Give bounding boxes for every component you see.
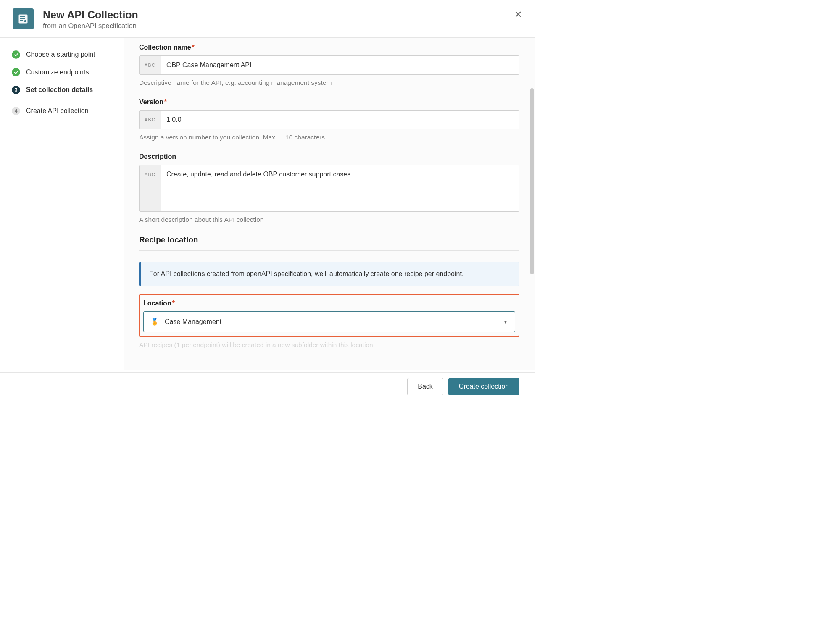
step-label: Customize endpoints bbox=[26, 68, 89, 76]
create-collection-button[interactable]: Create collection bbox=[448, 378, 519, 395]
info-banner: For API collections created from openAPI… bbox=[139, 262, 519, 286]
version-help: Assign a version number to you collectio… bbox=[139, 134, 519, 141]
collection-name-help: Descriptive name for the API, e.g. accou… bbox=[139, 79, 519, 87]
required-indicator: * bbox=[192, 44, 195, 51]
required-indicator: * bbox=[164, 98, 167, 105]
step-label: Choose a starting point bbox=[26, 51, 95, 58]
modal-title: New API Collection bbox=[43, 8, 138, 21]
step-connector bbox=[16, 60, 16, 67]
field-collection-name: Collection name* ABC Descriptive name fo… bbox=[139, 44, 519, 87]
svg-rect-2 bbox=[20, 18, 25, 19]
scrollbar-thumb[interactable] bbox=[530, 88, 534, 274]
step-indicator-done-icon bbox=[12, 50, 20, 59]
step-label: Set collection details bbox=[26, 86, 93, 94]
description-help: A short description about this API colle… bbox=[139, 216, 519, 224]
location-help: API recipes (1 per endpoint) will be cre… bbox=[139, 341, 519, 349]
step-indicator-done-icon bbox=[12, 68, 20, 76]
modal-subtitle: from an OpenAPI specification bbox=[43, 22, 138, 30]
close-icon: ✕ bbox=[514, 9, 522, 20]
modal-header: New API Collection from an OpenAPI speci… bbox=[0, 0, 535, 38]
step-connector bbox=[16, 77, 16, 85]
svg-rect-1 bbox=[20, 16, 25, 17]
close-button[interactable]: ✕ bbox=[514, 10, 522, 19]
location-value: Case Management bbox=[165, 318, 503, 326]
chevron-down-icon: ▼ bbox=[503, 319, 508, 325]
collection-icon bbox=[13, 8, 34, 29]
step-customize-endpoints[interactable]: Customize endpoints bbox=[12, 68, 115, 76]
modal-footer: Back Create collection bbox=[0, 372, 535, 400]
version-label: Version* bbox=[139, 98, 519, 106]
collection-name-label: Collection name* bbox=[139, 44, 519, 51]
abc-prefix-icon: ABC bbox=[140, 165, 161, 211]
svg-rect-3 bbox=[20, 20, 23, 21]
recipe-location-heading: Recipe location bbox=[139, 235, 519, 245]
description-label: Description bbox=[139, 153, 519, 161]
field-location: Location* 🏅 Case Management ▼ bbox=[143, 300, 515, 332]
step-label: Create API collection bbox=[26, 107, 89, 115]
back-button[interactable]: Back bbox=[407, 378, 443, 395]
location-select[interactable]: 🏅 Case Management ▼ bbox=[143, 311, 515, 332]
location-label: Location* bbox=[143, 300, 515, 307]
step-choose-starting-point[interactable]: Choose a starting point bbox=[12, 50, 115, 59]
step-indicator-pending: 4 bbox=[12, 107, 20, 115]
svg-point-4 bbox=[24, 20, 26, 22]
wizard-steps-sidebar: Choose a starting point Customize endpoi… bbox=[0, 38, 124, 370]
field-version: Version* ABC Assign a version number to … bbox=[139, 98, 519, 141]
version-input[interactable] bbox=[161, 111, 519, 129]
main-content: Collection name* ABC Descriptive name fo… bbox=[124, 38, 535, 370]
abc-prefix-icon: ABC bbox=[140, 111, 161, 129]
folder-emoji-icon: 🏅 bbox=[150, 318, 159, 326]
description-textarea[interactable] bbox=[161, 165, 519, 211]
step-indicator-current: 3 bbox=[12, 86, 20, 94]
abc-prefix-icon: ABC bbox=[140, 56, 161, 74]
scrollbar[interactable] bbox=[530, 88, 534, 336]
location-highlight-box: Location* 🏅 Case Management ▼ bbox=[139, 294, 519, 337]
collection-name-input[interactable] bbox=[161, 56, 519, 74]
section-divider bbox=[139, 250, 519, 251]
step-set-collection-details[interactable]: 3 Set collection details bbox=[12, 86, 115, 94]
field-description: Description ABC A short description abou… bbox=[139, 153, 519, 224]
step-create-api-collection[interactable]: 4 Create API collection bbox=[12, 107, 115, 115]
required-indicator: * bbox=[172, 300, 175, 307]
